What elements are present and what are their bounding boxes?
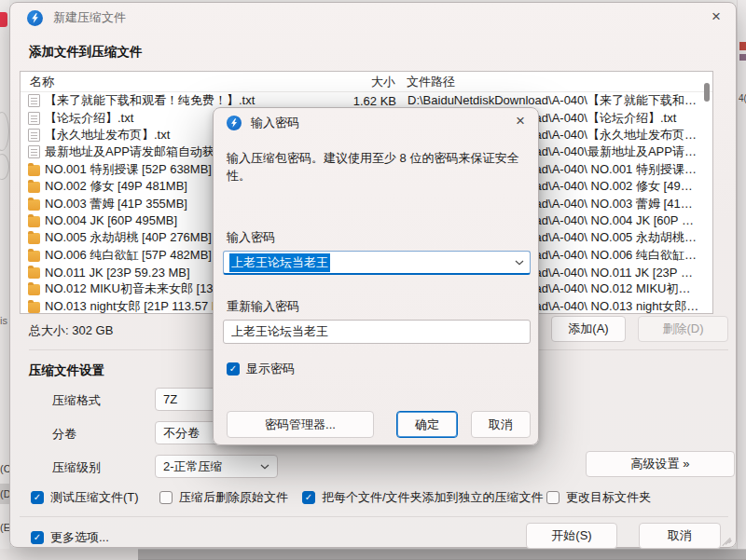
cancel-button[interactable]: 取消 xyxy=(639,523,721,549)
cancel-button[interactable]: 取消 xyxy=(471,411,531,438)
option-label: 压缩后删除原始文件 xyxy=(179,489,288,506)
window-title: 新建压缩文件 xyxy=(53,9,126,26)
titlebar[interactable]: 新建压缩文件 × xyxy=(10,3,736,33)
checkbox-checked-icon: ✓ xyxy=(31,491,44,504)
password-description: 输入压缩包密码。建议使用至少 8 位的密码来保证安全性。 xyxy=(227,149,531,184)
close-icon[interactable]: × xyxy=(706,7,726,26)
option-label: 测试压缩文件(T) xyxy=(50,489,139,506)
password-selected-text: 上老王论坛当老王 xyxy=(229,253,330,272)
folder-icon xyxy=(28,182,40,193)
option-checkbox[interactable]: ✓把每个文件/文件夹添加到独立的压缩文件 xyxy=(302,489,544,506)
checkbox-checked-icon: ✓ xyxy=(227,362,240,376)
background-window-left-edge: is (C (D (E xyxy=(0,0,9,560)
level-select[interactable]: 2-正常压缩 xyxy=(155,455,278,478)
background-sketch-fragment xyxy=(0,112,9,151)
level-value: 2-正常压缩 xyxy=(163,458,223,475)
folder-icon xyxy=(28,165,40,176)
confirm-password-input[interactable] xyxy=(223,320,531,344)
file-icon xyxy=(28,112,40,125)
total-size-label: 总大小: 302 GB xyxy=(29,322,113,339)
password-dialog: 输入密码 × 输入压缩包密码。建议使用至少 8 位的密码来保证安全性。 输入密码… xyxy=(213,107,539,445)
folder-icon xyxy=(28,199,40,211)
file-icon xyxy=(28,94,40,107)
folder-icon xyxy=(28,267,40,279)
add-files-section-title: 添加文件到压缩文件 xyxy=(29,44,143,61)
background-red-fragment xyxy=(0,12,7,27)
background-bottom-strip xyxy=(0,549,138,560)
more-options-checkbox[interactable]: ✓ 更多选项... xyxy=(31,529,109,546)
format-label: 压缩格式 xyxy=(52,392,101,409)
checkbox-checked-icon: ✓ xyxy=(31,531,44,544)
checkbox-checked-icon: ✓ xyxy=(302,491,315,504)
file-icon xyxy=(28,129,40,142)
bandizip-app-icon xyxy=(227,116,242,130)
file-icon xyxy=(28,145,40,158)
password-manager-button[interactable]: 密码管理器... xyxy=(227,411,374,438)
bandizip-app-icon xyxy=(27,10,43,26)
archive-settings-section-title: 压缩文件设置 xyxy=(29,362,104,379)
password-label: 输入密码 xyxy=(227,229,275,246)
folder-icon xyxy=(28,284,40,295)
volume-label: 分卷 xyxy=(52,426,76,443)
background-text-fragment: is xyxy=(0,315,7,326)
background-window-right-edge: 4( xyxy=(737,0,746,560)
folder-icon xyxy=(28,302,40,313)
file-size: 1.62 KB xyxy=(340,94,396,108)
ok-button[interactable]: 确定 xyxy=(396,411,458,438)
background-red-fragment xyxy=(739,42,746,50)
option-label: 更改目标文件夹 xyxy=(566,489,651,506)
option-checkbox[interactable]: 压缩后删除原始文件 xyxy=(159,489,288,506)
password-dialog-title: 输入密码 xyxy=(251,115,299,131)
resize-grip[interactable] xyxy=(722,534,731,543)
start-button[interactable]: 开始(S) xyxy=(526,523,617,549)
column-header-name[interactable]: 名称 xyxy=(21,74,339,90)
list-header[interactable]: 名称 大小 文件路径 xyxy=(21,72,712,92)
checkbox-unchecked-icon xyxy=(159,491,173,504)
folder-icon xyxy=(28,233,40,244)
folder-icon xyxy=(28,216,40,227)
option-checkbox[interactable]: 更改目标文件夹 xyxy=(546,489,651,506)
option-label: 把每个文件/文件夹添加到独立的压缩文件 xyxy=(322,489,544,506)
chevron-down-icon[interactable] xyxy=(515,260,524,266)
list-scrollbar-thumb[interactable] xyxy=(704,83,710,102)
checkbox-unchecked-icon xyxy=(546,491,560,504)
level-label: 压缩级别 xyxy=(52,459,101,476)
background-text-fragment: 4( xyxy=(739,93,746,104)
volume-value: 不分卷 xyxy=(163,425,200,442)
chevron-down-icon xyxy=(260,464,269,470)
format-value: 7Z xyxy=(163,392,177,406)
advanced-settings-button[interactable]: 高级设置 » xyxy=(586,451,735,477)
background-sketch-fragment xyxy=(0,154,9,180)
show-password-checkbox[interactable]: ✓ 显示密码 xyxy=(227,361,295,377)
delete-button: 删除(D) xyxy=(638,316,728,342)
show-password-label: 显示密码 xyxy=(246,361,295,377)
option-checkbox[interactable]: ✓测试压缩文件(T) xyxy=(31,489,139,506)
column-header-size[interactable]: 大小 xyxy=(339,74,395,90)
column-header-path[interactable]: 文件路径 xyxy=(395,74,712,90)
confirm-password-label: 重新输入密码 xyxy=(227,298,299,315)
add-button[interactable]: 添加(A) xyxy=(551,316,626,342)
password-input[interactable]: 上老王论坛当老王 xyxy=(223,251,531,275)
background-scrollbar-strip xyxy=(138,549,746,560)
close-icon[interactable]: × xyxy=(510,112,531,130)
divider xyxy=(20,516,728,517)
folder-icon xyxy=(28,251,40,262)
more-options-label: 更多选项... xyxy=(50,529,109,546)
background-dark-fragment xyxy=(739,54,746,61)
password-dialog-titlebar[interactable]: 输入密码 × xyxy=(214,108,538,138)
